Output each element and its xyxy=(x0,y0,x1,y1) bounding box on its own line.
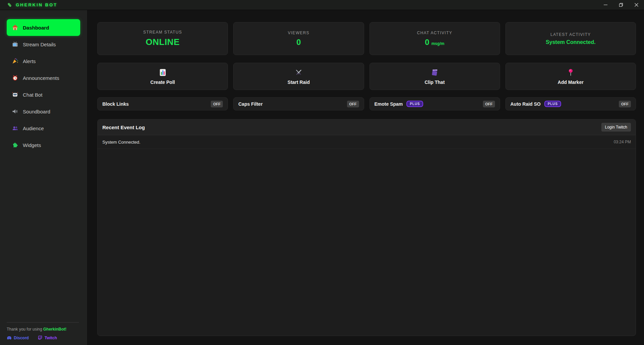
action-label: Create Poll xyxy=(150,80,175,85)
sidebar-item-soundboard[interactable]: Soundboard xyxy=(0,103,87,120)
sidebar-item-announcements[interactable]: Announcements xyxy=(0,69,87,86)
toggle-label: Emote Spam xyxy=(375,101,403,107)
sidebar-item-alerts[interactable]: Alerts xyxy=(0,53,87,69)
app-title: GHERKIN BOT xyxy=(16,2,57,7)
stat-label: LATEST ACTIVITY xyxy=(550,32,591,37)
latest-activity-value: System Connected. xyxy=(546,39,595,45)
toggle-state-badge[interactable]: OFF xyxy=(347,101,359,107)
action-label: Start Raid xyxy=(288,80,310,85)
puzzle-icon xyxy=(12,142,18,148)
stat-card-viewers: VIEWERS 0 xyxy=(233,22,364,55)
clapper-icon xyxy=(430,68,439,77)
discord-icon xyxy=(7,335,12,340)
actions-row: Create Poll Start Raid xyxy=(97,63,636,90)
sidebar-item-label: Dashboard xyxy=(23,25,49,31)
party-popper-icon xyxy=(12,58,18,64)
toggle-label: Block Links xyxy=(102,101,129,107)
sidebar-item-stream-details[interactable]: Stream Details xyxy=(0,36,87,53)
stat-label: CHAT ACTIVITY xyxy=(417,31,452,35)
add-marker-button[interactable]: Add Marker xyxy=(505,63,636,90)
twitch-link-label: Twitch xyxy=(45,336,57,340)
twitch-icon xyxy=(38,335,43,340)
plus-badge: PLUS xyxy=(544,101,561,107)
start-raid-button[interactable]: Start Raid xyxy=(233,63,364,90)
twitch-link[interactable]: Twitch xyxy=(38,335,57,340)
discord-link-label: Discord xyxy=(14,336,29,340)
toggle-state-badge[interactable]: OFF xyxy=(211,101,223,107)
stat-label: VIEWERS xyxy=(288,31,309,35)
sidebar-item-label: Announcements xyxy=(23,75,59,81)
titlebar: GHERKIN BOT xyxy=(0,0,644,10)
pushpin-icon xyxy=(566,68,575,77)
house-icon xyxy=(12,24,18,31)
recent-event-log-panel: Recent Event Log Login Twitch System Con… xyxy=(97,119,636,336)
toggle-state-badge[interactable]: OFF xyxy=(619,101,631,107)
stat-card-stream-status: STREAM STATUS ONLINE xyxy=(97,22,228,55)
sidebar-nav: Dashboard Stream Details xyxy=(0,19,87,153)
minimize-button[interactable] xyxy=(598,0,613,10)
toggle-label: Caps Filter xyxy=(238,101,262,107)
toggle-block-links[interactable]: Block Links OFF xyxy=(97,97,228,110)
toggle-auto-raid-so[interactable]: Auto Raid SO PLUS OFF xyxy=(505,97,636,110)
stat-label: STREAM STATUS xyxy=(143,30,182,35)
sidebar-item-widgets[interactable]: Widgets xyxy=(0,137,87,153)
sidebar-item-label: Alerts xyxy=(23,58,36,64)
login-twitch-button[interactable]: Login Twitch xyxy=(601,123,631,132)
log-entry: System Connected. 03:24 PM xyxy=(98,135,636,149)
sidebar-item-label: Chat Bot xyxy=(23,92,42,98)
event-log-title: Recent Event Log xyxy=(102,125,145,130)
clip-that-button[interactable]: Clip That xyxy=(369,63,500,90)
restore-button[interactable] xyxy=(613,0,629,10)
minimize-icon xyxy=(603,3,608,7)
toggles-row: Block Links OFF Caps Filter OFF Emote Sp… xyxy=(97,97,636,110)
crossed-swords-icon xyxy=(294,68,303,77)
discord-link[interactable]: Discord xyxy=(7,335,29,340)
robot-icon xyxy=(12,91,18,98)
stat-card-chat-activity: CHAT ACTIVITY 0msg/m xyxy=(369,22,500,55)
log-entry-time: 03:24 PM xyxy=(614,140,631,144)
toggle-state-badge[interactable]: OFF xyxy=(483,101,495,107)
close-button[interactable] xyxy=(629,0,644,10)
action-label: Clip That xyxy=(425,80,445,85)
sidebar-footer: Thank you for using GherkinBot! Discord xyxy=(7,322,79,345)
people-icon xyxy=(12,125,18,132)
sidebar-item-label: Stream Details xyxy=(23,42,56,47)
chat-activity-unit: msg/m xyxy=(431,41,444,46)
log-entry-message: System Connected. xyxy=(102,140,140,145)
speaker-icon xyxy=(12,108,18,115)
sidebar-item-dashboard[interactable]: Dashboard xyxy=(7,19,80,36)
sidebar-item-chat-bot[interactable]: Chat Bot xyxy=(0,86,87,103)
pickle-icon xyxy=(7,2,12,8)
tv-icon xyxy=(12,41,18,48)
alarm-clock-icon xyxy=(12,75,18,81)
toggle-caps-filter[interactable]: Caps Filter OFF xyxy=(233,97,364,110)
event-log-header: Recent Event Log Login Twitch xyxy=(98,119,636,135)
chat-activity-value: 0msg/m xyxy=(425,38,444,47)
window-controls xyxy=(598,0,644,10)
toggle-label: Auto Raid SO xyxy=(510,101,541,107)
thanks-text: Thank you for using GherkinBot! xyxy=(7,327,79,332)
close-icon xyxy=(634,3,639,7)
brand-name: GherkinBot! xyxy=(43,327,66,332)
create-poll-button[interactable]: Create Poll xyxy=(97,63,228,90)
stream-status-value: ONLINE xyxy=(146,37,180,47)
sidebar-item-audience[interactable]: Audience xyxy=(0,120,87,137)
action-label: Add Marker xyxy=(558,80,584,85)
viewers-value: 0 xyxy=(296,38,301,47)
sidebar-item-label: Soundboard xyxy=(23,109,50,114)
main-content: STREAM STATUS ONLINE VIEWERS 0 CHAT ACTI… xyxy=(88,10,644,345)
sidebar: Dashboard Stream Details xyxy=(0,10,88,345)
sidebar-item-label: Audience xyxy=(23,126,44,131)
plus-badge: PLUS xyxy=(406,101,423,107)
sidebar-item-label: Widgets xyxy=(23,142,41,148)
bar-chart-icon xyxy=(158,68,167,77)
stats-row: STREAM STATUS ONLINE VIEWERS 0 CHAT ACTI… xyxy=(97,22,636,55)
restore-icon xyxy=(619,3,623,7)
stat-card-latest-activity: LATEST ACTIVITY System Connected. xyxy=(505,22,636,55)
toggle-emote-spam[interactable]: Emote Spam PLUS OFF xyxy=(369,97,500,110)
